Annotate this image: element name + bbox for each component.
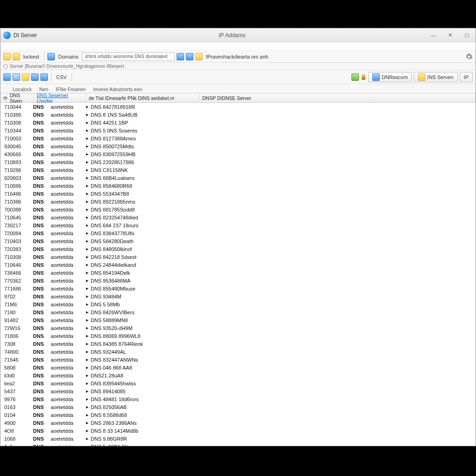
table-row[interactable]: 7308DNSaoetetdda▸DNS 84385 8764Rienk xyxy=(0,340,476,348)
table-row[interactable]: 719286DNSaoetetdda▸DNS C81158NK xyxy=(0,166,476,174)
back-label[interactable]: lockest xyxy=(22,54,40,60)
dns-button[interactable]: DNRescom xyxy=(368,72,412,82)
cell-dns1: DNS xyxy=(33,120,51,126)
cell-id: 710388 xyxy=(4,112,33,118)
cell-dns1: DNS xyxy=(33,136,51,141)
cell-dns1: DNS xyxy=(33,286,51,291)
domains-label[interactable]: Domains xyxy=(57,54,79,60)
col-server[interactable]: DNSP DIDNSE Server xyxy=(199,93,476,102)
table-row[interactable]: 930045DNSaoetetdda▸DNS 8500725Mdts xyxy=(0,142,476,150)
col-id[interactable]: DNS Siven xyxy=(7,93,34,102)
table-row[interactable]: 771686DNSaoetetdda▸DNS 855480Mbuse xyxy=(0,284,476,292)
tab-inveret[interactable]: Inveret Adestnerts een xyxy=(90,86,146,93)
table-row[interactable]: 710386DNSaoetetdda▸DNS 89221865nms xyxy=(0,198,476,205)
close-button[interactable]: ✕ xyxy=(444,31,456,40)
table-row[interactable]: 710883DNSaoetetdda▸DNS 22028517886 xyxy=(0,158,476,166)
new-icon[interactable] xyxy=(3,73,11,81)
folder-open-icon[interactable] xyxy=(13,53,20,60)
table-row[interactable]: 710645DNSaoetetdda▸DNS 823254748died xyxy=(0,213,476,221)
table-row[interactable]: 0104DNSaoetetdda▸DNS 8.5588d68 xyxy=(0,411,476,419)
table-row[interactable]: 5437DNSaoetetdda▸DNS 89414085 xyxy=(0,387,476,395)
table-row[interactable]: 738466DNSaoetetdda▸DNS 854194Delk xyxy=(0,269,476,277)
table-row[interactable]: 74800DNSaoetetdda▸DNS 932449AL xyxy=(0,348,476,356)
table-row[interactable]: 6n5DNSaoetetdda▸DNS 5c60PA 1N xyxy=(0,443,476,446)
address-box[interactable]: shtml orbdds sesmorne DNS dominated xyxy=(82,53,175,61)
csv-label[interactable]: CSV xyxy=(55,74,68,80)
table-row[interactable]: 71M6DNSaoetetdda▸DNS 5 58Mb xyxy=(0,300,476,308)
table-row[interactable]: 9702DNSaoetetdda▸DNS 93484M xyxy=(0,292,476,300)
table-row[interactable]: 710403DNSaoetetdda▸DNS 584280Death xyxy=(0,237,476,245)
separator xyxy=(72,73,72,81)
table-row[interactable]: 5808DNSaoetetdda▸DNS 046 868 AA8 xyxy=(0,364,476,371)
table-row[interactable]: 720383DNSaoetetdda▸DNS 848050lkinof xyxy=(0,245,476,253)
minimize-button[interactable]: — xyxy=(427,31,439,40)
cell-status: aoetetdda xyxy=(51,136,84,141)
table-row[interactable]: 700388DNSaoetetdda▸DNS 881785Sodd8 xyxy=(0,205,476,213)
cell-status: aoetetdda xyxy=(51,223,84,228)
cell-dns1: DNS xyxy=(33,444,51,446)
page-icon[interactable] xyxy=(186,53,193,60)
record-list[interactable]: 710044DNSaoetetdda▸DNS 8427818918R710388… xyxy=(0,103,476,446)
table-row[interactable]: 710308DNSaoetetdda▸DNS 842218 5dsest xyxy=(0,253,476,261)
cell-id: 4O8 xyxy=(4,428,33,434)
cell-dns1: DNS xyxy=(33,325,51,331)
cell-id: 710886 xyxy=(4,183,33,189)
table-row[interactable]: 72W16DNSaoetetdda▸DNS 93520-dH9M xyxy=(0,324,476,332)
table-row[interactable]: 710308DNSaoetetdda▸DNS 44251.1BP xyxy=(0,119,476,126)
table-row[interactable]: 4O8DNSaoetetdda▸DNS 8 33 1414Md8b xyxy=(0,427,476,435)
table-row[interactable]: 4900DNSaoetetdda▸DNS 2863 2386ANs xyxy=(0,419,476,427)
folder-icon[interactable] xyxy=(3,53,11,60)
table-row[interactable]: 9976DNSaoetetdda▸DNS 48481 18d6rors xyxy=(0,395,476,403)
open-icon[interactable] xyxy=(22,73,29,81)
cell-value: DNS 48481 18d6rors xyxy=(91,397,476,402)
table-row[interactable]: 91482DNSaoetetdda▸DNS 58889MN8 xyxy=(0,316,476,324)
table-row[interactable]: 71806DNSaoetetdda▸DNS 88069 8996WL8 xyxy=(0,332,476,340)
table-row[interactable]: 730217DNSaoetetdda▸DNS 684 237 18ours xyxy=(0,221,476,229)
table-row[interactable]: 920803DNSaoetetdda▸DNS 86B4Luatsers xyxy=(0,174,476,182)
refresh-icon[interactable] xyxy=(3,64,8,69)
col-desc[interactable]: de Ttal IDnesarfe PNk DINS sediskel.m xyxy=(86,93,199,102)
table-row[interactable]: li3d0DNSaoetetdda▸DNS21.28uA8 xyxy=(0,371,476,379)
print-icon[interactable] xyxy=(40,73,48,81)
table-row[interactable]: 0163DNSaoetetdda▸DNS 825056AB xyxy=(0,403,476,411)
server-button[interactable]: INS Serven xyxy=(414,72,457,82)
arrow-icon: ▸ xyxy=(84,278,91,284)
ip-button[interactable]: IP xyxy=(460,72,473,82)
cell-id: 716486 xyxy=(4,191,33,197)
maximize-button[interactable]: ▢ xyxy=(461,31,473,40)
arrow-icon: ▸ xyxy=(84,262,91,268)
col-name[interactable]: DNS Seserner Lhedier xyxy=(34,93,86,102)
table-row[interactable]: 710044DNSaoetetdda▸DNS 8427818918R xyxy=(0,103,476,111)
go-icon[interactable] xyxy=(177,53,184,60)
table-row[interactable]: 710388DNSaoetetdda▸DNS 8 1NS Sa48UB xyxy=(0,111,476,119)
table-row[interactable]: 716486DNSaoetetdda▸DNS 5534347B8 xyxy=(0,190,476,198)
table-row[interactable]: 430666DNSaoetetdda▸DNS 830972559HB xyxy=(0,150,476,158)
table-row[interactable]: 710646DNSaoetetdda▸DNS 24844dielkand xyxy=(0,261,476,269)
table-row[interactable]: 710886DNSaoetetdda▸DNS 8584680R68 xyxy=(0,182,476,190)
col-refresh[interactable]: ⟳ xyxy=(0,93,7,102)
save-icon[interactable] xyxy=(13,73,20,81)
table-row[interactable]: 710344DNSaoetetdda▸DNS 5 0NS Soseres xyxy=(0,126,476,134)
folder2-icon[interactable] xyxy=(195,53,203,60)
gear-icon[interactable] xyxy=(465,53,473,60)
table-row[interactable]: 720084DNSaoetetdda▸DNS 83843778Ulfs xyxy=(0,229,476,237)
cell-id: 7308 xyxy=(4,341,33,347)
cell-dns1: DNS xyxy=(33,278,51,284)
table-row[interactable]: 7180DNSaoetetdda▸DNS 8426WVIBers xyxy=(0,308,476,316)
table-row[interactable]: 770362DNSaoetetdda▸DNS 9536486MA xyxy=(0,277,476,284)
table-row[interactable]: 1068DNSaoetetdda▸DNS 9.88GR8R xyxy=(0,435,476,443)
copy-icon[interactable] xyxy=(31,73,39,81)
table-row[interactable]: liea2DNSaoetetdda▸DNS 8395445hwtss xyxy=(0,379,476,387)
arrow-icon: ▸ xyxy=(84,428,91,434)
table-row[interactable]: 710003DNSaoetetdda▸DNS 8127388Ames xyxy=(0,134,476,142)
cell-value: DNS 24844dielkand xyxy=(91,262,476,268)
cell-dns1: DNS xyxy=(33,357,51,363)
address-text: shtml orbdds sesmorne DNS dominated xyxy=(85,54,167,59)
cell-status: aoetetdda xyxy=(51,246,84,252)
table-row[interactable]: 71646DNSaoetetdda▸DNS 832447ANWNs xyxy=(0,356,476,364)
cell-dns1: DNS xyxy=(33,412,51,418)
document-icon[interactable] xyxy=(47,53,55,60)
window-controls: — ✕ ▢ xyxy=(427,31,473,40)
cell-value: DNS C81158NK xyxy=(91,167,476,173)
cell-value: DNS 89414085 xyxy=(91,389,476,394)
